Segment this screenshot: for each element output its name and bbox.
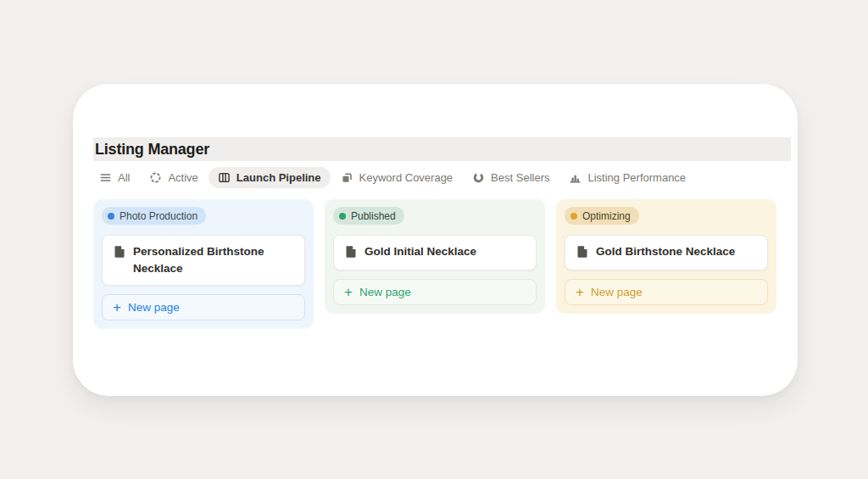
donut-chart-icon [472,171,485,184]
board-card[interactable]: Gold Initial Necklace [333,235,537,270]
status-dot-icon [570,213,577,220]
new-page-button[interactable]: + New page [333,279,537,305]
tab-label: Launch Pipeline [236,171,321,184]
tab-label: All [118,171,130,184]
page-icon [344,245,357,262]
app-window: Listing Manager All Active Launch Pipeli… [73,84,798,396]
status-label: Published [351,210,396,222]
layers-icon [341,171,353,184]
title-bar: Listing Manager [93,137,791,161]
status-dot-icon [108,213,114,220]
tab-label: Keyword Coverage [359,171,453,184]
status-badge[interactable]: Published [333,207,404,225]
status-label: Optimizing [582,210,631,222]
spinner-icon [149,171,162,184]
view-tabs: All Active Launch Pipeline Keyword Cover… [90,167,791,188]
tab-active[interactable]: Active [140,167,207,188]
tab-label: Listing Performance [587,171,686,184]
plus-icon: + [344,287,353,298]
menu-icon [99,171,112,184]
kanban-board: Photo Production Personalized Birthstone… [93,199,791,329]
new-page-button[interactable]: + New page [102,294,305,320]
tab-launch-pipeline[interactable]: Launch Pipeline [209,167,331,188]
plus-icon: + [576,287,584,298]
new-page-label: New page [591,286,643,298]
board-card[interactable]: Gold Birthstone Necklace [565,235,768,270]
status-dot-icon [339,213,346,220]
tab-keyword-coverage[interactable]: Keyword Coverage [331,167,463,188]
page-icon [576,245,588,262]
page-icon [113,245,125,262]
card-title: Gold Birthstone Necklace [596,243,735,260]
tab-label: Active [168,171,198,184]
board-column-photo-production: Photo Production Personalized Birthstone… [93,199,314,329]
bar-chart-icon [569,171,581,184]
new-page-label: New page [359,286,411,298]
tab-label: Best Sellers [491,171,549,184]
new-page-button[interactable]: + New page [565,279,768,305]
board-column-optimizing: Optimizing Gold Birthstone Necklace + Ne… [556,199,776,314]
plus-icon: + [113,302,121,314]
status-label: Photo Production [120,210,198,222]
status-badge[interactable]: Photo Production [102,207,206,225]
new-page-label: New page [128,301,180,314]
tab-all[interactable]: All [90,167,139,188]
card-title: Gold Initial Necklace [364,243,476,260]
board-column-published: Published Gold Initial Necklace + New pa… [325,199,545,314]
tab-best-sellers[interactable]: Best Sellers [463,167,559,188]
card-title: Personalized Birthstone Necklace [133,243,294,277]
page-title[interactable]: Listing Manager [95,141,209,159]
board-icon [218,171,231,184]
tab-listing-performance[interactable]: Listing Performance [559,167,695,188]
status-badge[interactable]: Optimizing [565,207,639,225]
board-card[interactable]: Personalized Birthstone Necklace [102,235,305,286]
